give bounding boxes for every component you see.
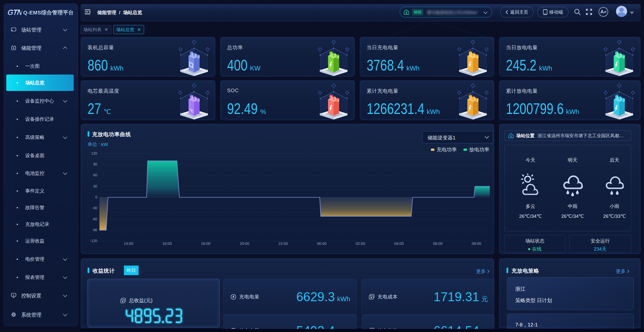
- svg-text:04:00: 04:00: [394, 241, 404, 246]
- svg-text:02:00: 02:00: [356, 241, 365, 246]
- svg-text:30: 30: [93, 184, 97, 188]
- svg-text:-120: -120: [90, 239, 97, 243]
- svg-text:-90: -90: [92, 228, 97, 232]
- svg-text:120: 120: [91, 151, 97, 155]
- svg-text:06:00: 06:00: [433, 241, 443, 246]
- svg-text:90: 90: [93, 162, 97, 166]
- svg-text:60: 60: [93, 173, 97, 177]
- svg-text:-60: -60: [92, 217, 97, 221]
- svg-text:18:00: 18:00: [201, 241, 210, 246]
- svg-text:08:00: 08:00: [472, 241, 481, 246]
- svg-text:14:00: 14:00: [124, 241, 133, 246]
- svg-text:-30: -30: [92, 206, 97, 210]
- svg-text:20:00: 20:00: [240, 241, 249, 246]
- svg-text:16:00: 16:00: [162, 241, 172, 246]
- svg-text:00:00: 00:00: [317, 241, 327, 246]
- svg-text:22:00: 22:00: [278, 241, 288, 246]
- svg-text:0: 0: [95, 195, 97, 199]
